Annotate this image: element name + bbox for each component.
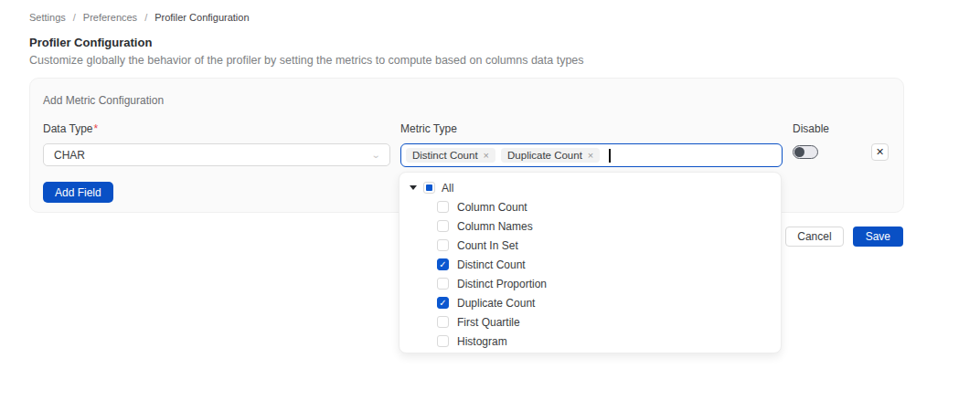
data-type-column: Data Type* CHAR ⌄ [43, 122, 390, 167]
toggle-knob [794, 147, 804, 157]
dropdown-option-label: Count In Set [457, 239, 518, 252]
tag-close-icon[interactable]: × [484, 150, 489, 161]
dropdown-option-label: Histogram [457, 335, 507, 348]
dropdown-option-label: Distinct Count [457, 258, 526, 271]
checkbox[interactable]: ✓ [437, 220, 449, 232]
breadcrumb-separator: / [144, 12, 147, 23]
checkbox[interactable]: ✓ [437, 201, 449, 213]
save-button[interactable]: Save [853, 227, 903, 247]
breadcrumb-separator: / [73, 12, 76, 23]
remove-row-button[interactable]: ✕ [871, 143, 889, 161]
dropdown-option-all[interactable]: All [399, 178, 781, 197]
check-icon: ✓ [438, 298, 448, 308]
dropdown-option-label: Duplicate Count [457, 297, 535, 310]
checkbox[interactable]: ✓ [437, 316, 449, 328]
panel-title: Add Metric Configuration [43, 94, 890, 107]
metric-type-column: Metric Type Distinct Count × Duplicate C… [400, 122, 783, 167]
metric-type-dropdown: All ✓ Column Count ✓ Column Names ✓ Coun… [399, 172, 782, 353]
breadcrumb: Settings / Preferences / Profiler Config… [29, 12, 250, 23]
disable-label: Disable [793, 122, 890, 135]
metric-tag: Duplicate Count × [501, 148, 600, 163]
data-type-label: Data Type* [43, 122, 390, 135]
checkbox-all[interactable] [423, 182, 435, 194]
dropdown-option-label: Column Names [457, 220, 533, 233]
tag-close-icon[interactable]: × [588, 150, 593, 161]
footer-actions: Cancel Save [785, 227, 903, 247]
caret-down-icon[interactable] [410, 185, 417, 190]
metric-tag-label: Distinct Count [412, 150, 478, 161]
required-asterisk: * [93, 122, 98, 135]
dropdown-option[interactable]: ✓ Distinct Count [399, 255, 781, 274]
text-cursor [609, 149, 611, 163]
metric-tag: Distinct Count × [406, 148, 495, 163]
disable-column: Disable ✕ [793, 122, 890, 167]
dropdown-option[interactable]: ✓ Count In Set [399, 236, 781, 255]
dropdown-option-label: Column Count [457, 201, 527, 214]
dropdown-option[interactable]: ✓ Distinct Proportion [399, 274, 781, 293]
data-type-value: CHAR [54, 149, 85, 162]
dropdown-option[interactable]: ✓ Duplicate Count [399, 293, 781, 312]
breadcrumb-settings[interactable]: Settings [29, 12, 66, 23]
page-title: Profiler Configuration [29, 36, 152, 49]
metric-config-row: Data Type* CHAR ⌄ Metric Type Distinct C… [43, 122, 890, 167]
dropdown-option[interactable]: ✓ First Quartile [399, 312, 781, 332]
dropdown-option[interactable]: ✓ Column Names [399, 216, 781, 236]
checkbox[interactable]: ✓ [437, 297, 449, 309]
profiler-configuration-page: Settings / Preferences / Profiler Config… [0, 0, 980, 411]
page-subtitle: Customize globally the behavior of the p… [29, 54, 584, 67]
dropdown-option-label: Distinct Proportion [457, 278, 547, 290]
data-type-select[interactable]: CHAR ⌄ [43, 143, 390, 166]
metric-type-label: Metric Type [400, 122, 783, 135]
disable-toggle[interactable] [793, 145, 818, 159]
dropdown-option-label: First Quartile [457, 316, 520, 329]
add-field-button[interactable]: Add Field [43, 182, 113, 203]
chevron-down-icon: ⌄ [370, 150, 380, 160]
checkbox[interactable]: ✓ [437, 239, 449, 251]
breadcrumb-preferences[interactable]: Preferences [83, 12, 137, 23]
breadcrumb-profiler-configuration: Profiler Configuration [154, 12, 249, 23]
dropdown-option[interactable]: ✓ Histogram [399, 332, 781, 351]
check-icon: ✓ [438, 259, 448, 269]
dropdown-option[interactable]: ✓ Column Count [399, 197, 781, 216]
checkbox[interactable]: ✓ [437, 335, 449, 347]
checkbox[interactable]: ✓ [437, 278, 449, 290]
metric-tag-label: Duplicate Count [507, 150, 582, 161]
dropdown-option-label: All [442, 182, 453, 195]
checkbox[interactable]: ✓ [437, 258, 449, 270]
cancel-button[interactable]: Cancel [785, 227, 843, 247]
metric-type-multiselect[interactable]: Distinct Count × Duplicate Count × [400, 143, 783, 167]
disable-controls: ✕ [793, 143, 890, 161]
